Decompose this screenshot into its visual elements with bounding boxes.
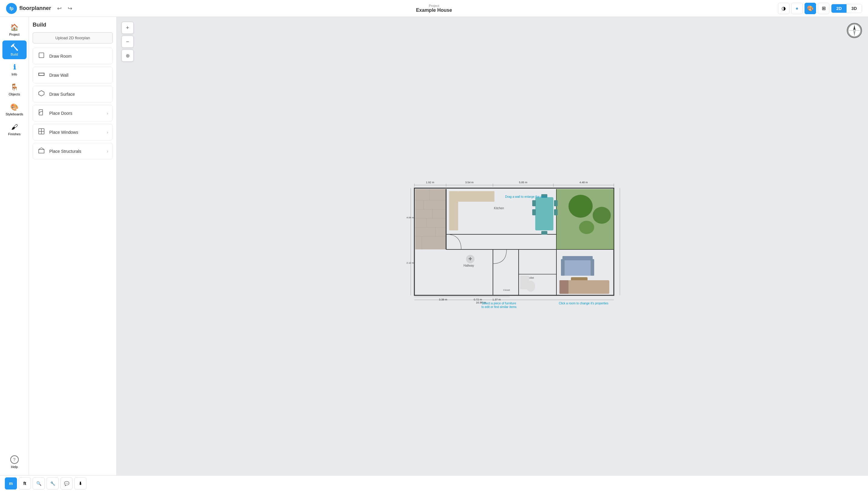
- svg-text:✛: ✛: [468, 256, 472, 261]
- draw-wall-item[interactable]: Draw Wall: [33, 67, 113, 83]
- styleboards-icon: 🎨: [10, 103, 19, 111]
- svg-text:Kitchen: Kitchen: [494, 206, 504, 210]
- sidebar-item-label-project: Project: [9, 33, 19, 36]
- svg-rect-65: [563, 259, 593, 276]
- draw-surface-item[interactable]: Draw Surface: [33, 86, 113, 103]
- svg-rect-60: [554, 209, 558, 215]
- place-structurals-icon: [37, 147, 46, 155]
- layers-button[interactable]: ⊞: [818, 3, 829, 14]
- export-button[interactable]: ⬇: [74, 478, 86, 490]
- svg-line-8: [39, 148, 42, 149]
- sidebar-item-label-info: Info: [11, 73, 17, 76]
- svg-point-55: [579, 221, 594, 234]
- place-structurals-item[interactable]: Place Structurals ›: [33, 143, 113, 160]
- place-doors-icon: [37, 109, 46, 117]
- svg-point-54: [593, 207, 611, 224]
- zoom-out-button[interactable]: −: [121, 36, 134, 48]
- comment-icon: 💬: [64, 481, 69, 486]
- tools-button[interactable]: 🔧: [47, 478, 59, 490]
- tools-icon: 🔧: [50, 481, 55, 486]
- color-circle-button[interactable]: ●: [791, 3, 803, 14]
- view-controls: ◑ ● 🎨 ⊞ 2D 3D: [778, 3, 862, 14]
- floorplan-container: 1.92 m 3.54 m 5.85 m 4.48 m: [405, 179, 623, 313]
- canvas-area[interactable]: + − ⊕ 1.92 m: [117, 17, 868, 475]
- metric-button[interactable]: m: [5, 478, 17, 490]
- finishes-icon: 🖌: [11, 123, 18, 131]
- 2d-button[interactable]: 2D: [832, 4, 846, 13]
- sidebar-item-objects[interactable]: 🪑 Objects: [2, 80, 27, 99]
- draw-surface-icon: [37, 90, 46, 98]
- export-icon: ⬇: [79, 481, 82, 486]
- draw-wall-label: Draw Wall: [49, 73, 68, 78]
- svg-text:1.92 m: 1.92 m: [426, 181, 434, 184]
- upload-floorplan-button[interactable]: Upload 2D floorplan: [33, 32, 113, 44]
- sidebar-item-label-build: Build: [10, 53, 18, 56]
- svg-text:4.48 m: 4.48 m: [579, 181, 588, 184]
- 3d-button[interactable]: 3D: [846, 4, 862, 13]
- comment-button[interactable]: 💬: [60, 478, 73, 490]
- draw-room-item[interactable]: Draw Room: [33, 48, 113, 64]
- sidebar-item-styleboards[interactable]: 🎨 Styleboards: [2, 100, 27, 119]
- place-windows-label: Place Windows: [49, 130, 78, 135]
- sidebar-item-info[interactable]: ℹ Info: [2, 60, 27, 79]
- svg-rect-57: [532, 200, 536, 206]
- search-button[interactable]: 🔍: [33, 478, 45, 490]
- svg-text:Drag a wall to enlarge the roo: Drag a wall to enlarge the room: [505, 195, 547, 198]
- place-windows-icon: [37, 128, 46, 136]
- svg-text:Closet: Closet: [503, 289, 510, 291]
- palette-button[interactable]: 🎨: [805, 3, 816, 14]
- place-doors-item[interactable]: Place Doors ›: [33, 105, 113, 121]
- svg-text:Hallway: Hallway: [463, 264, 474, 267]
- svg-rect-68: [591, 259, 594, 276]
- svg-rect-1: [39, 73, 44, 76]
- svg-text:Click a room to change it's pr: Click a room to change it's properties: [559, 302, 608, 305]
- canvas-tools: + − ⊕: [121, 22, 134, 62]
- sidebar-item-project[interactable]: 🏠 Project: [2, 21, 27, 39]
- undo-redo-group: ↩ ↪: [55, 4, 75, 13]
- zoom-in-button[interactable]: +: [121, 22, 134, 34]
- redo-button[interactable]: ↪: [65, 4, 75, 13]
- svg-point-53: [569, 195, 593, 218]
- sidebar-item-label-help: Help: [11, 465, 18, 469]
- compass: [847, 23, 862, 38]
- sidebar-item-label-objects: Objects: [9, 92, 20, 96]
- svg-rect-64: [449, 191, 458, 230]
- sidebar-item-finishes[interactable]: 🖌 Finishes: [2, 120, 27, 139]
- help-icon: ?: [10, 455, 19, 464]
- 2d-3d-toggle: 2D 3D: [831, 4, 862, 13]
- svg-line-9: [42, 148, 44, 149]
- logo: fp floorplanner: [6, 3, 51, 14]
- floorplan-svg[interactable]: 1.92 m 3.54 m 5.85 m 4.48 m: [405, 179, 623, 312]
- sidebar-item-help[interactable]: ? Help: [2, 452, 27, 472]
- svg-rect-66: [563, 256, 593, 260]
- compass-icon: [847, 24, 861, 37]
- bottom-toolbar: m ft 🔍 🔧 💬 ⬇: [0, 475, 868, 491]
- undo-button[interactable]: ↩: [55, 4, 64, 13]
- imperial-button[interactable]: ft: [19, 478, 31, 490]
- draw-surface-label: Draw Surface: [49, 92, 75, 97]
- objects-icon: 🪑: [10, 83, 19, 91]
- svg-rect-7: [39, 149, 44, 153]
- logo-text: floorplanner: [19, 5, 51, 11]
- svg-text:3.54 m: 3.54 m: [465, 181, 473, 184]
- svg-point-73: [526, 281, 535, 292]
- draw-wall-icon: [37, 71, 46, 79]
- center-button[interactable]: ⊕: [121, 50, 134, 62]
- project-name: Example House: [416, 7, 452, 13]
- svg-text:1.37 m: 1.37 m: [492, 298, 501, 301]
- svg-rect-58: [532, 209, 536, 215]
- place-doors-arrow: ›: [107, 111, 108, 116]
- svg-text:Select a piece of furniture: Select a piece of furniture: [482, 302, 516, 305]
- brightness-button[interactable]: ◑: [778, 3, 789, 14]
- sidebar-item-build[interactable]: 🔨 Build: [2, 40, 27, 59]
- sidebar-item-label-styleboards: Styleboards: [5, 112, 23, 116]
- svg-rect-67: [561, 259, 565, 276]
- svg-rect-71: [560, 280, 569, 294]
- place-structurals-arrow: ›: [107, 149, 108, 154]
- build-panel: Build Upload 2D floorplan Draw Room: [29, 17, 117, 475]
- svg-rect-0: [39, 53, 44, 58]
- draw-room-icon: [37, 52, 46, 60]
- search-icon: 🔍: [36, 481, 42, 486]
- main-layout: 🏠 Project 🔨 Build ℹ Info 🪑 Objects 🎨 Sty…: [0, 17, 868, 475]
- place-windows-item[interactable]: Place Windows ›: [33, 124, 113, 140]
